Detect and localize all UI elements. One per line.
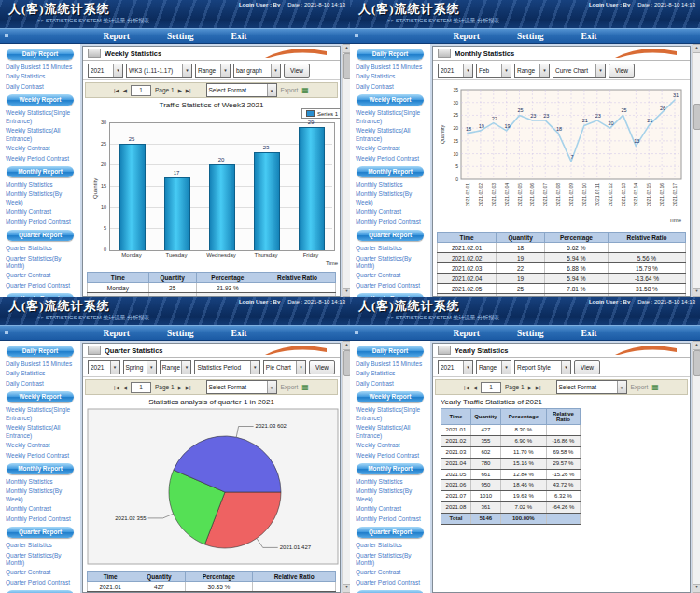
sidebar-item-daily-statistics[interactable]: Daily Statistics	[350, 369, 430, 378]
sidebar-item-weekly-contrast[interactable]: Weekly Contrast	[350, 144, 430, 153]
export-icon[interactable]: ▦	[301, 87, 309, 94]
nav-report[interactable]: Report	[104, 329, 131, 338]
sidebar-item-daily-contrast[interactable]: Daily Contrast	[0, 379, 80, 388]
filter-select-feb[interactable]: Feb▾	[476, 64, 511, 78]
scroll-up-icon[interactable]: ▲	[693, 44, 700, 53]
sidebar-item-weekly-statistics-all-entrance[interactable]: Weekly Statistics(All Entrance)	[350, 126, 430, 144]
pager-first-button[interactable]: |◀	[114, 385, 119, 390]
view-button[interactable]: View	[609, 64, 635, 78]
sidebar-item-monthly-statistics[interactable]: Monthly Statistics	[0, 180, 80, 190]
sidebar-item-weekly-period-contrast[interactable]: Weekly Period Contrast	[350, 451, 430, 460]
page-number-input[interactable]: 1	[481, 382, 501, 393]
filter-select-2021[interactable]: 2021▾	[438, 64, 473, 78]
pager-next-button[interactable]: ▶	[178, 88, 182, 93]
sidebar-item-monthly-statistics-by-week[interactable]: Monthly Statistics(By Week)	[350, 190, 430, 207]
sidebar-item-weekly-statistics-all-entrance[interactable]: Weekly Statistics(All Entrance)	[0, 126, 80, 144]
sidebar-item-daily-busiest-15-minutes[interactable]: Daily Busiest 15 Minutes	[0, 360, 80, 369]
filter-select-statistics-period[interactable]: Statistics Period▾	[194, 360, 259, 374]
nav-exit[interactable]: Exit	[231, 329, 247, 338]
pager-first-button[interactable]: |◀	[114, 88, 119, 93]
nav-report[interactable]: Report	[454, 32, 481, 41]
export-icon[interactable]: ▦	[651, 384, 659, 391]
sidebar-item-quarter-period-contrast[interactable]: Quarter Period Contrast	[350, 281, 430, 290]
filter-select-report-style[interactable]: Report Style▾	[514, 360, 571, 374]
sidebar-item-monthly-contrast[interactable]: Monthly Contrast	[350, 504, 430, 514]
filter-select-2021[interactable]: 2021▾	[438, 360, 473, 374]
filter-select-wk3-1-11-1-17[interactable]: WK3 (1.11-1.17)▾	[126, 64, 192, 78]
sidebar-item-weekly-contrast[interactable]: Weekly Contrast	[350, 441, 430, 450]
scroll-up-icon[interactable]: ▲	[693, 341, 700, 350]
pager-first-button[interactable]: |◀	[464, 385, 469, 390]
sidebar-section-monthly-report[interactable]: Monthly Report	[7, 166, 74, 177]
sidebar-item-monthly-contrast[interactable]: Monthly Contrast	[0, 504, 80, 514]
filter-select-spring[interactable]: Spring▾	[123, 360, 157, 374]
sidebar-item-quarter-statistics[interactable]: Quarter Statistics	[350, 244, 430, 253]
sidebar-item-quarter-period-contrast[interactable]: Quarter Period Contrast	[0, 281, 80, 290]
filter-select-2021[interactable]: 2021▾	[88, 64, 123, 78]
filter-select-2021[interactable]: 2021▾	[88, 360, 120, 374]
sidebar-item-quarter-statistics[interactable]: Quarter Statistics	[350, 541, 430, 550]
view-button[interactable]: View	[574, 360, 600, 374]
view-button[interactable]: View	[284, 64, 310, 78]
scroll-down-icon[interactable]: ▼	[343, 288, 350, 297]
sidebar-item-monthly-contrast[interactable]: Monthly Contrast	[0, 207, 80, 217]
sidebar-item-weekly-contrast[interactable]: Weekly Contrast	[0, 144, 80, 153]
format-select[interactable]: Select Format▾	[206, 83, 277, 97]
sidebar-item-weekly-period-contrast[interactable]: Weekly Period Contrast	[0, 154, 80, 163]
sidebar-item-daily-busiest-15-minutes[interactable]: Daily Busiest 15 Minutes	[350, 360, 430, 369]
sidebar-item-quarter-contrast[interactable]: Quarter Contrast	[0, 568, 80, 577]
sidebar-item-quarter-period-contrast[interactable]: Quarter Period Contrast	[350, 578, 430, 587]
vertical-scrollbar[interactable]: ▲ ▼	[692, 341, 700, 593]
sidebar-item-monthly-period-contrast[interactable]: Monthly Period Contrast	[0, 218, 80, 227]
filter-select-range[interactable]: Range▾	[195, 64, 231, 78]
pager-next-button[interactable]: ▶	[528, 385, 532, 390]
nav-exit[interactable]: Exit	[231, 32, 247, 41]
pager-prev-button[interactable]: ◀	[123, 385, 127, 390]
nav-exit[interactable]: Exit	[581, 329, 597, 338]
sidebar-section-monthly-report[interactable]: Monthly Report	[357, 166, 424, 177]
scrollbar-thumb[interactable]	[343, 53, 351, 79]
export-icon[interactable]: ▦	[301, 384, 309, 391]
nav-setting[interactable]: Setting	[517, 329, 544, 338]
sidebar-item-monthly-statistics-by-week[interactable]: Monthly Statistics(By Week)	[0, 487, 80, 504]
sidebar-section-daily-report[interactable]: Daily Report	[357, 49, 424, 60]
nav-setting[interactable]: Setting	[517, 32, 544, 41]
sidebar-item-daily-statistics[interactable]: Daily Statistics	[0, 369, 80, 378]
scrollbar-thumb[interactable]	[343, 350, 351, 376]
sidebar-item-quarter-statistics[interactable]: Quarter Statistics	[0, 244, 80, 253]
sidebar-item-daily-statistics[interactable]: Daily Statistics	[0, 72, 80, 81]
filter-select-range[interactable]: Range▾	[476, 360, 511, 374]
export-link[interactable]: Export	[281, 87, 299, 93]
sidebar-item-monthly-period-contrast[interactable]: Monthly Period Contrast	[350, 515, 430, 524]
filter-select-pie-chart[interactable]: Pie Chart▾	[263, 360, 306, 374]
vertical-scrollbar[interactable]: ▲ ▼	[692, 44, 700, 297]
pager-prev-button[interactable]: ◀	[123, 88, 127, 93]
nav-setting[interactable]: Setting	[167, 32, 194, 41]
sidebar-section-daily-report[interactable]: Daily Report	[7, 49, 74, 60]
sidebar-item-monthly-period-contrast[interactable]: Monthly Period Contrast	[350, 218, 430, 227]
sidebar-item-quarter-contrast[interactable]: Quarter Contrast	[0, 271, 80, 280]
sidebar-item-weekly-contrast[interactable]: Weekly Contrast	[0, 441, 80, 450]
sidebar-item-quarter-statistics-by-month[interactable]: Quarter Statistics(By Month)	[350, 254, 430, 272]
sidebar-item-quarter-period-contrast[interactable]: Quarter Period Contrast	[0, 578, 80, 587]
sidebar-item-quarter-contrast[interactable]: Quarter Contrast	[350, 271, 430, 280]
sidebar-section-daily-report[interactable]: Daily Report	[7, 346, 74, 357]
sidebar-item-daily-statistics[interactable]: Daily Statistics	[350, 72, 430, 81]
sidebar-item-daily-contrast[interactable]: Daily Contrast	[350, 379, 430, 388]
format-select[interactable]: Select Format▾	[206, 380, 277, 394]
sidebar-section-weekly-report[interactable]: Weekly Report	[7, 391, 74, 402]
sidebar-item-quarter-contrast[interactable]: Quarter Contrast	[350, 568, 430, 577]
sidebar-item-weekly-statistics-single-entrance[interactable]: Weekly Statistics(Single Entrance)	[350, 405, 430, 423]
scrollbar-thumb[interactable]	[693, 350, 700, 376]
pager-next-button[interactable]: ▶	[178, 385, 182, 390]
scroll-down-icon[interactable]: ▼	[693, 288, 700, 297]
sidebar-item-weekly-statistics-all-entrance[interactable]: Weekly Statistics(All Entrance)	[350, 423, 430, 441]
sidebar-item-monthly-contrast[interactable]: Monthly Contrast	[350, 207, 430, 217]
filter-select-range[interactable]: Range▾	[160, 360, 192, 374]
filter-select-range[interactable]: Range▾	[514, 64, 550, 78]
scrollbar-thumb[interactable]	[693, 104, 700, 130]
sidebar-section-quarter-report[interactable]: Quarter Report	[7, 230, 74, 241]
pager-last-button[interactable]: ▶|	[186, 88, 191, 93]
export-link[interactable]: Export	[281, 384, 299, 390]
filter-select-bar-graph[interactable]: bar graph▾	[233, 64, 281, 78]
